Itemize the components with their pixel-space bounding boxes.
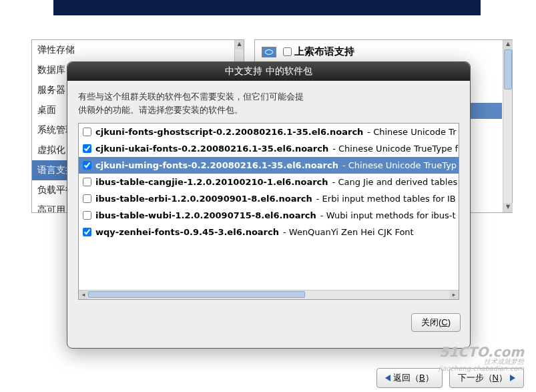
package-name: cjkuni-fonts-ghostscript-0.2.20080216.1-…	[95, 127, 363, 137]
package-name: cjkuni-ukai-fonts-0.2.20080216.1-35.el6.…	[95, 144, 328, 154]
package-row[interactable]: wqy-zenhei-fonts-0.9.45-3.el6.noarch - W…	[79, 224, 459, 240]
package-desc: - Cang Jie and derived tables	[332, 177, 458, 187]
package-name: ibus-table-wubi-1.2.0.20090715-8.el6.noa…	[95, 210, 316, 220]
close-button[interactable]: 关闭(C)	[411, 313, 461, 332]
package-row[interactable]: cjkuni-ukai-fonts-0.2.20080216.1-35.el6.…	[79, 140, 459, 157]
scroll-right-icon[interactable]: ▸	[449, 290, 459, 299]
package-row[interactable]: ibus-table-wubi-1.2.0.20090715-8.el6.noa…	[79, 207, 459, 224]
scroll-up-icon[interactable]: ▲	[235, 40, 244, 49]
package-desc: - Wubi input methods for ibus-t	[320, 210, 456, 220]
flag-icon	[262, 47, 276, 57]
package-list: cjkuni-fonts-ghostscript-0.2.20080216.1-…	[78, 123, 459, 300]
package-desc: - Chinese Unicode Tr	[367, 127, 456, 137]
header-banner	[53, 0, 481, 15]
package-checkbox[interactable]	[83, 228, 91, 236]
package-checkbox[interactable]	[83, 144, 91, 153]
package-name: ibus-table-cangjie-1.2.0.20100210-1.el6.…	[95, 177, 328, 187]
package-row[interactable]: ibus-table-erbi-1.2.0.20090901-8.el6.noa…	[79, 190, 459, 207]
scroll-down-icon[interactable]: ▼	[503, 203, 513, 212]
package-checkbox[interactable]	[83, 194, 91, 203]
back-button[interactable]: 返回（B）	[376, 368, 443, 388]
group-item[interactable]: 上索布语支持	[255, 40, 512, 63]
scroll-up-icon[interactable]: ▲	[503, 40, 513, 49]
horizontal-scrollbar[interactable]: ◂ ▸	[79, 290, 459, 299]
scrollbar-thumb[interactable]	[504, 49, 512, 89]
wizard-nav: 返回（B） 下一步（N）	[0, 368, 536, 388]
package-row[interactable]: ibus-table-cangjie-1.2.0.20100210-1.el6.…	[79, 174, 459, 190]
package-row[interactable]: cjkuni-fonts-ghostscript-0.2.20080216.1-…	[79, 124, 459, 140]
next-label: 下一步（N）	[458, 372, 507, 384]
category-item[interactable]: 弹性存储	[32, 40, 244, 60]
package-desc: - Erbi input method tables for IB	[316, 194, 456, 204]
dialog-title: 中文支持 中的软件包	[67, 62, 470, 81]
package-checkbox[interactable]	[83, 128, 91, 136]
package-desc: - Chinese Unicode TrueType f	[332, 144, 458, 154]
package-checkbox[interactable]	[83, 178, 91, 186]
group-checkbox[interactable]	[283, 47, 292, 56]
package-name: wqy-zenhei-fonts-0.9.45-3.el6.noarch	[95, 227, 279, 237]
package-desc: - WenQuanYi Zen Hei CJK Font	[283, 227, 414, 237]
arrow-left-icon	[385, 375, 390, 381]
group-scrollbar[interactable]: ▲ ▼	[503, 40, 512, 212]
package-checkbox[interactable]	[83, 161, 91, 170]
back-label: 返回（B）	[393, 372, 434, 384]
package-desc: - Chinese Unicode TrueTyp	[342, 160, 457, 170]
dialog-description: 有些与这个组群关联的软件包不需要安装，但它们可能会提 供额外的功能。请选择您要安…	[78, 90, 459, 116]
scrollbar-track[interactable]	[88, 290, 449, 299]
arrow-right-icon	[510, 375, 515, 381]
package-name: cjkuni-uming-fonts-0.2.20080216.1-35.el6…	[95, 160, 338, 170]
package-name: ibus-table-erbi-1.2.0.20090901-8.el6.noa…	[95, 194, 312, 204]
package-row[interactable]: cjkuni-uming-fonts-0.2.20080216.1-35.el6…	[79, 157, 459, 174]
package-dialog: 中文支持 中的软件包 有些与这个组群关联的软件包不需要安装，但它们可能会提 供额…	[67, 61, 471, 349]
next-button[interactable]: 下一步（N）	[449, 368, 524, 388]
scrollbar-thumb[interactable]	[88, 291, 305, 298]
package-checkbox[interactable]	[83, 211, 91, 220]
scroll-left-icon[interactable]: ◂	[79, 290, 88, 299]
group-label: 上索布语支持	[294, 45, 354, 58]
